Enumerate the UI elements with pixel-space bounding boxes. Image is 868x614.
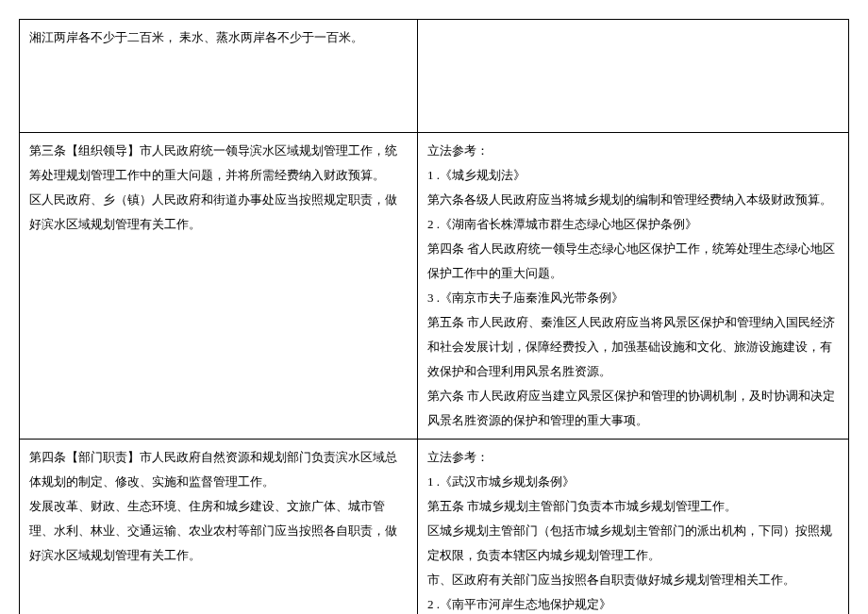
- cell-text: 2 .《南平市河岸生态地保护规定》: [427, 592, 839, 614]
- table-row: 湘江两岸各不少于二百米， 耒水、蒸水两岸各不少于一百米。: [20, 20, 849, 133]
- table-row: 第四条【部门职责】市人民政府自然资源和规划部门负责滨水区域总体规划的制定、修改、…: [20, 440, 849, 615]
- cell-text: 第五条 市城乡规划主管部门负责本市城乡规划管理工作。: [427, 494, 839, 519]
- cell-text: 第四条 省人民政府统一领导生态绿心地区保护工作，统筹处理生态绿心地区保护工作中的…: [427, 237, 839, 286]
- cell-text: 立法参考：: [427, 139, 839, 163]
- cell-text: 第六条各级人民政府应当将城乡规划的编制和管理经费纳入本级财政预算。: [427, 188, 839, 212]
- cell-right-2: 立法参考： 1 .《武汉市城乡规划条例》 第五条 市城乡规划主管部门负责本市城乡…: [417, 440, 848, 615]
- cell-left-0: 湘江两岸各不少于二百米， 耒水、蒸水两岸各不少于一百米。: [20, 20, 418, 133]
- cell-text: 3 .《南京市夫子庙秦淮风光带条例》: [427, 286, 839, 310]
- cell-right-0: [417, 20, 848, 133]
- cell-text: 2 .《湖南省长株潭城市群生态绿心地区保护条例》: [427, 212, 839, 237]
- cell-text: 第六条 市人民政府应当建立风景区保护和管理的协调机制，及时协调和决定风景名胜资源…: [427, 384, 839, 433]
- cell-text: 第四条【部门职责】市人民政府自然资源和规划部门负责滨水区域总体规划的制定、修改、…: [29, 445, 408, 494]
- document-table: 湘江两岸各不少于二百米， 耒水、蒸水两岸各不少于一百米。 第三条【组织领导】市人…: [19, 19, 849, 614]
- cell-text: 市、区政府有关部门应当按照各自职责做好城乡规划管理相关工作。: [427, 568, 839, 592]
- cell-left-1: 第三条【组织领导】市人民政府统一领导滨水区域规划管理工作，统筹处理规划管理工作中…: [20, 133, 418, 440]
- cell-text: 1 .《武汉市城乡规划条例》: [427, 470, 839, 494]
- cell-right-1: 立法参考： 1 .《城乡规划法》 第六条各级人民政府应当将城乡规划的编制和管理经…: [417, 133, 848, 440]
- cell-text: 区城乡规划主管部门（包括市城乡规划主管部门的派出机构，下同）按照规定权限，负责本…: [427, 519, 839, 568]
- cell-text: 发展改革、财政、生态环境、住房和城乡建设、文旅广体、城市管理、水利、林业、交通运…: [29, 494, 408, 568]
- cell-text: 湘江两岸各不少于二百米， 耒水、蒸水两岸各不少于一百米。: [29, 25, 408, 50]
- cell-text: 1 .《城乡规划法》: [427, 163, 839, 188]
- cell-text: 第五条 市人民政府、秦淮区人民政府应当将风景区保护和管理纳入国民经济和社会发展计…: [427, 310, 839, 384]
- table-row: 第三条【组织领导】市人民政府统一领导滨水区域规划管理工作，统筹处理规划管理工作中…: [20, 133, 849, 440]
- cell-left-2: 第四条【部门职责】市人民政府自然资源和规划部门负责滨水区域总体规划的制定、修改、…: [20, 440, 418, 615]
- cell-text: 第三条【组织领导】市人民政府统一领导滨水区域规划管理工作，统筹处理规划管理工作中…: [29, 139, 408, 188]
- cell-text: 立法参考：: [427, 445, 839, 470]
- cell-text: 区人民政府、乡（镇）人民政府和街道办事处应当按照规定职责，做好滨水区域规划管理有…: [29, 188, 408, 237]
